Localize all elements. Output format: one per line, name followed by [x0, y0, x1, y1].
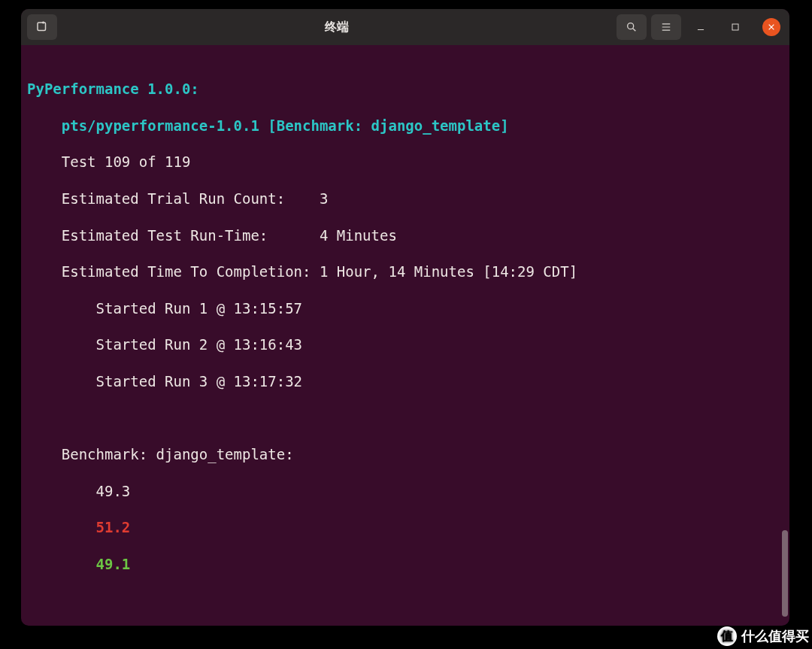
terminal-window: 终端: [21, 9, 789, 626]
close-button[interactable]: [762, 18, 780, 36]
svg-rect-9: [732, 24, 738, 30]
search-button[interactable]: [617, 14, 647, 40]
svg-point-3: [628, 23, 634, 29]
trial-run-count: Estimated Trial Run Count: 3: [27, 190, 789, 208]
result-1: 49.3: [27, 482, 789, 500]
time-to-completion: Estimated Time To Completion: 1 Hour, 14…: [27, 262, 789, 281]
suite-subtitle: pts/pyperformance-1.0.1 [Benchmark: djan…: [27, 117, 789, 135]
svg-line-4: [633, 29, 636, 32]
watermark-text: 什么值得买: [741, 627, 809, 645]
run-2: Started Run 2 @ 13:16:43: [27, 335, 789, 353]
run-1: Started Run 1 @ 13:15:57: [27, 299, 789, 317]
suite-title: PyPerformance 1.0.0:: [27, 80, 789, 98]
minimize-button[interactable]: [686, 14, 716, 40]
new-tab-button[interactable]: [27, 14, 57, 40]
svg-rect-0: [38, 23, 46, 31]
terminal-content[interactable]: PyPerformance 1.0.0: pts/pyperformance-1…: [21, 45, 789, 626]
benchmark-label: Benchmark: django_template:: [27, 445, 789, 463]
watermark: 值 什么值得买: [717, 626, 809, 646]
scrollbar-thumb[interactable]: [782, 530, 788, 617]
menu-button[interactable]: [651, 14, 681, 40]
window-title: 终端: [57, 20, 617, 35]
titlebar: 终端: [21, 9, 789, 45]
run-3: Started Run 3 @ 13:17:32: [27, 372, 789, 390]
result-3-best: 49.1: [27, 555, 789, 573]
test-run-time: Estimated Test Run-Time: 4 Minutes: [27, 226, 789, 244]
result-2-worst: 51.2: [27, 518, 789, 536]
scrollbar[interactable]: [780, 86, 788, 621]
test-progress: Test 109 of 119: [27, 153, 789, 171]
watermark-badge: 值: [717, 626, 737, 646]
maximize-button[interactable]: [720, 14, 750, 40]
